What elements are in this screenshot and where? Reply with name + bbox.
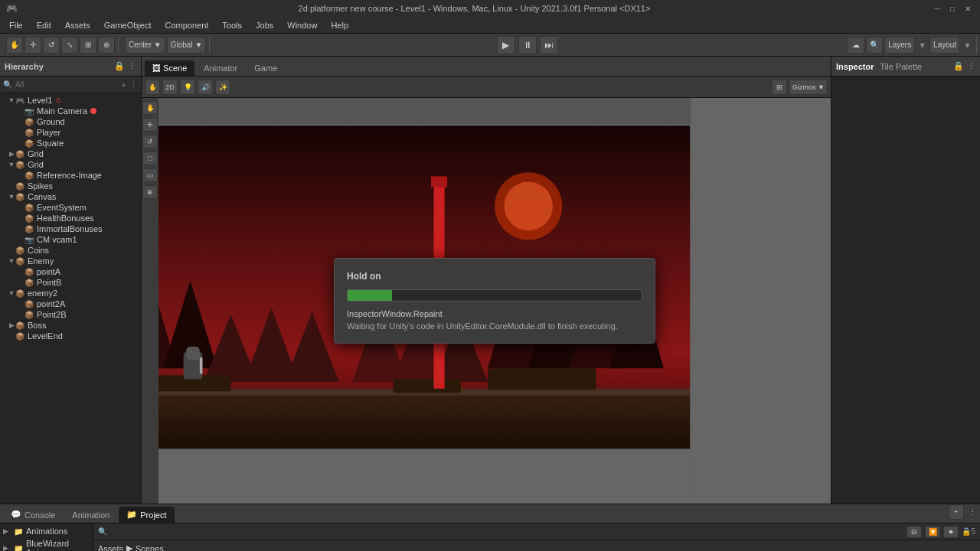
scene-icon: 🖼 [152, 64, 161, 73]
move-tool-button[interactable]: ✛ [24, 37, 41, 54]
hierarchy-lock-icon[interactable]: 🔒 [114, 61, 125, 71]
search-top-button[interactable]: 🔍 [866, 37, 883, 54]
hierarchy-title: Hierarchy [5, 62, 44, 71]
scene-rotate-left[interactable]: ↺ [142, 135, 158, 148]
menu-jobs[interactable]: Jobs [250, 19, 279, 31]
scene-tab-scene[interactable]: 🖼 Scene [145, 60, 194, 76]
cloud-button[interactable]: ☁ [848, 37, 864, 54]
breadcrumb-assets[interactable]: Assets [98, 544, 123, 552]
proj-view-toggle[interactable]: ⊟ [906, 526, 922, 538]
bottom-tab-console[interactable]: 💬 Console [3, 507, 63, 523]
hierarchy-item-coins[interactable]: 📦 Coins [0, 245, 141, 256]
maximize-button[interactable]: □ [946, 2, 959, 15]
pivot-button[interactable]: Center ▼ [125, 37, 165, 54]
proj-item-animations[interactable]: ▶ 📁 Animations [0, 525, 93, 537]
scene-transform-left[interactable]: ⊕ [142, 185, 158, 199]
hierarchy-item-immortalbonuses[interactable]: 📦 ImmortalBonuses [0, 223, 141, 234]
scene-tab-game[interactable]: Game [247, 60, 285, 76]
hierarchy-item-cmvcam1[interactable]: 📷 CM vcam1 [0, 234, 141, 245]
hierarchy-item-pointa[interactable]: 📦 pointA [0, 266, 141, 277]
scene-view[interactable]: ✋ ✛ ↺ □ ▭ ⊕ [142, 98, 831, 504]
hierarchy-item-healthbonuses[interactable]: 📦 HealthBonuses [0, 213, 141, 223]
inspector-lock-icon[interactable]: 🔒 [953, 61, 964, 71]
inspector-menu-icon[interactable]: ⋮ [967, 61, 975, 71]
hierarchy-item-levelend[interactable]: 📦 LevelEnd [0, 331, 141, 341]
hierarchy-item-level1[interactable]: ▼ 🎮 Level1 ⚠ [0, 95, 141, 106]
proj-star-button[interactable]: ★ [943, 526, 959, 538]
hierarchy-item-point2b[interactable]: 📦 Point2B [0, 309, 141, 320]
hierarchy-item-pointb[interactable]: 📦 PointB [0, 277, 141, 288]
hierarchy-item-maincamera[interactable]: 📷 Main Camera [0, 106, 141, 116]
bottom-tab-animation[interactable]: Animation [64, 507, 117, 523]
square-label: Square [37, 139, 64, 148]
hierarchy-item-point2a[interactable]: 📦 point2A [0, 298, 141, 309]
hierarchy-add-icon[interactable]: + [122, 80, 126, 90]
rotate-tool-button[interactable]: ↺ [43, 37, 60, 54]
scene-scale-left[interactable]: □ [142, 152, 158, 165]
hierarchy-item-refimage[interactable]: 📦 Reference-Image [0, 170, 141, 181]
scene-tab-animator[interactable]: Animator [196, 60, 245, 76]
play-button[interactable]: ▶ [497, 36, 515, 54]
scene-move-left[interactable]: ✛ [142, 118, 158, 132]
breadcrumb-scenes[interactable]: Scenes [136, 544, 164, 552]
step-button[interactable]: ⏭ [540, 36, 558, 54]
proj-filter-button[interactable]: 🔽 [925, 526, 940, 538]
scene-rect-left[interactable]: ▭ [142, 168, 158, 182]
layers-button[interactable]: Layers [884, 37, 915, 54]
pointb-icon: 📦 [24, 279, 35, 287]
bottom-add-button[interactable]: + [949, 504, 964, 520]
hierarchy-search-input[interactable] [15, 80, 119, 89]
scene-hand-button[interactable]: ✋ [145, 80, 160, 95]
rect-tool-button[interactable]: ⊞ [80, 37, 96, 54]
hand-tool-button[interactable]: ✋ [6, 37, 23, 54]
scene-audio-button[interactable]: 🔊 [198, 80, 213, 95]
minimize-button[interactable]: ─ [931, 2, 943, 15]
close-button[interactable]: ✕ [962, 2, 974, 15]
layout-button[interactable]: Layout [929, 37, 960, 54]
hierarchy-item-enemy2[interactable]: ▼ 📦 enemy2 [0, 288, 141, 298]
hierarchy-search-icon: 🔍 [3, 80, 12, 89]
scene-tabs-bar: 🖼 Scene Animator Game [142, 57, 831, 77]
scene-2d-button[interactable]: 2D [162, 80, 178, 95]
hierarchy-item-player[interactable]: 📦 Player [0, 127, 141, 138]
enemy-icon: 📦 [15, 257, 26, 266]
hierarchy-item-grid1[interactable]: ▶ 📦 Grid [0, 148, 141, 159]
menu-help[interactable]: Help [325, 19, 354, 31]
scene-hand-left[interactable]: ✋ [142, 101, 158, 115]
scene-gizmos-button[interactable]: Gizmos ▼ [789, 80, 828, 95]
bottom-tab-project[interactable]: 📁 Project [119, 507, 174, 523]
hierarchy-item-boss[interactable]: ▶ 📦 Boss [0, 320, 141, 331]
hierarchy-item-eventsystem[interactable]: 📦 EventSystem [0, 202, 141, 213]
hierarchy-item-grid2[interactable]: ▼ 📦 Grid [0, 159, 141, 170]
menu-window[interactable]: Window [281, 19, 323, 31]
hierarchy-item-enemy[interactable]: ▼ 📦 Enemy [0, 256, 141, 266]
scene-fx-button[interactable]: ✨ [215, 80, 230, 95]
inspector-tab[interactable]: Inspector [836, 62, 874, 71]
proj-search-input[interactable] [110, 527, 903, 536]
menu-assets[interactable]: Assets [59, 19, 96, 31]
scene-viewport[interactable]: Hold on InspectorWindow.Repaint Waiting … [158, 98, 831, 504]
scale-tool-button[interactable]: ⤡ [61, 37, 78, 54]
tilepalette-tab[interactable]: Tile Palette [880, 62, 923, 71]
hierarchy-options-icon[interactable]: ⋮ [129, 80, 138, 90]
hierarchy-menu-icon[interactable]: ⋮ [128, 61, 136, 71]
hierarchy-item-canvas[interactable]: ▼ 📦 Canvas [0, 191, 141, 202]
menu-tools[interactable]: Tools [216, 19, 248, 31]
hierarchy-item-square[interactable]: 📦 Square [0, 138, 141, 148]
title-bar-controls: ─ □ ✕ [931, 2, 974, 15]
scene-left-toolbar: ✋ ✛ ↺ □ ▭ ⊕ [142, 98, 158, 504]
global-button[interactable]: Global ▼ [167, 37, 207, 54]
hierarchy-item-spikes[interactable]: 📦 Spikes [0, 181, 141, 191]
pause-button[interactable]: ⏸ [518, 36, 537, 54]
proj-item-bluewizard[interactable]: ▶ 📁 BlueWizard Anim [0, 537, 93, 551]
menu-component[interactable]: Component [158, 19, 214, 31]
menu-edit[interactable]: Edit [31, 19, 57, 31]
bottom-lock-icon[interactable]: ⋮ [969, 507, 977, 517]
hierarchy-item-ground[interactable]: 📦 Ground [0, 116, 141, 127]
menu-file[interactable]: File [3, 19, 29, 31]
menu-gameobject[interactable]: GameObject [98, 19, 158, 31]
transform-tool-button[interactable]: ⊕ [98, 37, 115, 54]
scene-light-button[interactable]: 💡 [180, 80, 195, 95]
eventsystem-label: EventSystem [37, 203, 87, 212]
scene-grid-button[interactable]: ⊞ [772, 80, 787, 95]
